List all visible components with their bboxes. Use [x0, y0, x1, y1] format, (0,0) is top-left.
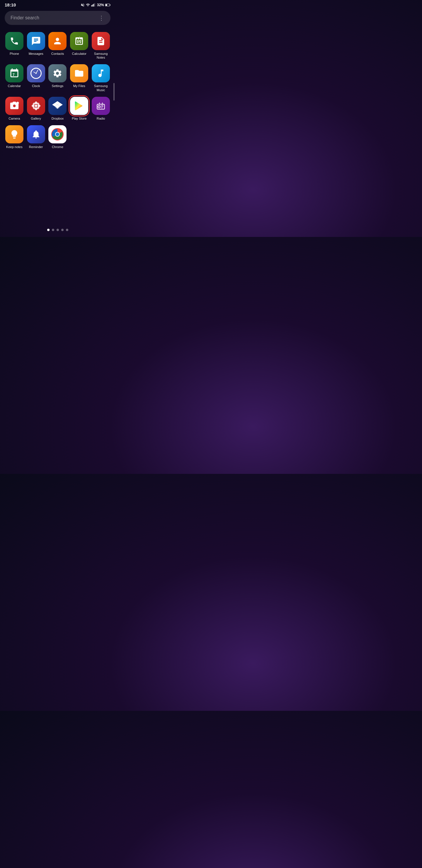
settings-label: Settings: [52, 84, 64, 88]
chrome-label: Chrome: [52, 145, 63, 149]
app-my-files[interactable]: My Files: [69, 64, 89, 92]
gallery-label: Gallery: [31, 117, 41, 121]
battery-icon: [105, 3, 110, 7]
messages-icon: [27, 32, 45, 50]
svg-rect-32: [102, 102, 103, 104]
radio-label: Radio: [97, 117, 105, 121]
app-gallery[interactable]: Gallery: [26, 97, 46, 121]
svg-rect-1: [92, 4, 93, 6]
samsung-music-icon: [92, 64, 110, 83]
status-icons: 32%: [80, 3, 110, 7]
battery-percent: 32%: [97, 3, 104, 7]
svg-text:×÷: ×÷: [79, 39, 83, 43]
app-calculator[interactable]: +− ×÷ Calculator: [69, 32, 89, 60]
my-files-icon: [70, 64, 88, 83]
svg-text:7: 7: [12, 73, 15, 77]
page-dot-3[interactable]: [57, 229, 59, 231]
svg-point-36: [56, 132, 59, 136]
samsung-notes-label: Samsung Notes: [91, 52, 110, 60]
search-bar[interactable]: Finder search ⋮: [5, 11, 110, 25]
play-store-label: Play Store: [72, 117, 87, 121]
svg-rect-29: [101, 106, 103, 107]
gallery-icon: [27, 97, 45, 115]
play-store-icon: [70, 97, 88, 115]
app-reminder[interactable]: Reminder: [26, 125, 46, 149]
search-more-icon[interactable]: ⋮: [98, 14, 105, 22]
app-calendar[interactable]: 7 Calendar: [5, 64, 24, 92]
svg-rect-6: [110, 4, 110, 6]
dropbox-icon: [48, 97, 67, 115]
app-samsung-notes[interactable]: Samsung Notes: [91, 32, 110, 60]
svg-rect-31: [99, 102, 100, 104]
app-messages[interactable]: Messages: [26, 32, 46, 60]
search-placeholder: Finder search: [10, 15, 39, 21]
page-dot-1[interactable]: [47, 229, 50, 231]
app-dropbox[interactable]: Dropbox: [48, 97, 67, 121]
svg-point-11: [35, 105, 37, 107]
camera-icon: [5, 97, 24, 115]
keep-label: Keep notes: [6, 145, 23, 149]
svg-point-27: [99, 106, 100, 107]
mute-icon: [80, 3, 85, 7]
clock-icon: [27, 64, 45, 83]
svg-point-12: [35, 101, 37, 104]
svg-point-15: [37, 105, 40, 107]
calculator-label: Calculator: [72, 52, 87, 56]
svg-rect-28: [101, 105, 103, 105]
app-phone[interactable]: Phone: [5, 32, 24, 60]
keep-icon: [5, 125, 24, 144]
app-grid: Phone Messages Contacts +− ×÷ Calculator: [0, 30, 115, 151]
settings-icon: [48, 64, 67, 83]
scroll-indicator: [113, 83, 115, 101]
samsung-notes-icon: [92, 32, 110, 50]
contacts-icon: [48, 32, 67, 50]
my-files-label: My Files: [73, 84, 85, 88]
svg-point-10: [17, 102, 19, 104]
clock-label: Clock: [32, 84, 40, 88]
app-samsung-music[interactable]: Samsung Music: [91, 64, 110, 92]
app-camera[interactable]: Camera: [5, 97, 24, 121]
dropbox-label: Dropbox: [52, 117, 64, 121]
signal-icon: [91, 3, 95, 7]
page-dot-5[interactable]: [66, 229, 68, 231]
contacts-label: Contacts: [51, 52, 64, 56]
reminder-icon: [27, 125, 45, 144]
messages-label: Messages: [29, 52, 43, 56]
wifi-icon: [86, 3, 90, 7]
reminder-label: Reminder: [29, 145, 43, 149]
svg-point-14: [32, 105, 35, 107]
svg-rect-30: [101, 107, 103, 108]
app-chrome[interactable]: Chrome: [48, 125, 67, 149]
calendar-icon: 7: [5, 64, 24, 83]
app-play-store[interactable]: Play Store: [69, 97, 89, 121]
page-dot-4[interactable]: [61, 229, 64, 231]
app-settings[interactable]: Settings: [48, 64, 67, 92]
camera-label: Camera: [8, 117, 20, 121]
phone-label: Phone: [10, 52, 19, 56]
svg-rect-5: [105, 4, 107, 6]
page-indicators: [0, 229, 115, 231]
radio-icon: [92, 97, 110, 115]
status-time: 18:10: [5, 2, 16, 7]
calculator-icon: +− ×÷: [70, 32, 88, 50]
svg-rect-0: [91, 5, 92, 6]
calendar-label: Calendar: [8, 84, 21, 88]
app-radio[interactable]: Radio: [91, 97, 110, 121]
svg-rect-3: [94, 3, 95, 6]
app-keep[interactable]: Keep notes: [5, 125, 24, 149]
samsung-music-label: Samsung Music: [91, 84, 110, 92]
phone-icon: [5, 32, 24, 50]
chrome-icon: [48, 125, 67, 144]
page-dot-2[interactable]: [52, 229, 54, 231]
svg-point-13: [35, 107, 37, 110]
app-clock[interactable]: Clock: [26, 64, 46, 92]
svg-rect-2: [94, 3, 94, 6]
status-bar: 18:10 32%: [0, 0, 115, 8]
app-contacts[interactable]: Contacts: [48, 32, 67, 60]
